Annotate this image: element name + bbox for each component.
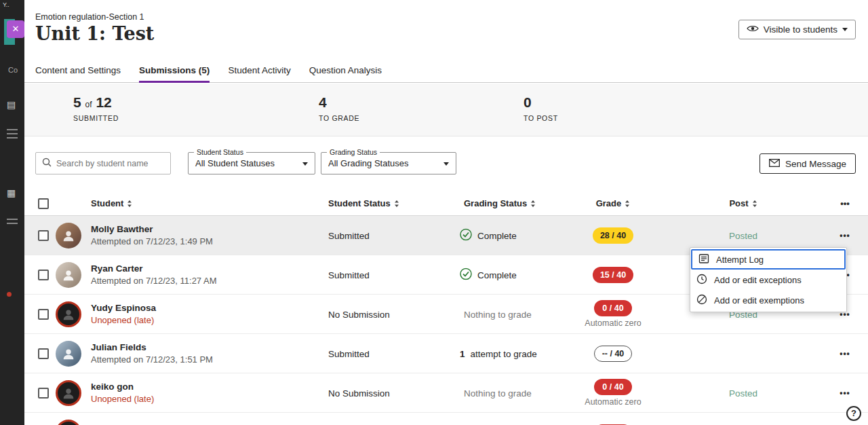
tab-bar: Content and Settings Submissions (5) Stu… (24, 61, 868, 83)
stat-submitted-label: SUBMITTED (73, 114, 119, 122)
student-name[interactable]: Julian Fields (91, 341, 213, 354)
late-subtext: Unopened (late) (91, 393, 154, 405)
search-input[interactable] (56, 159, 165, 168)
student-status-select-label: Student Status (194, 148, 246, 156)
column-grade[interactable]: Grade (567, 198, 659, 208)
row-checkbox[interactable] (38, 270, 49, 280)
list-lines-icon (7, 219, 18, 227)
page-title: Unit 1: Test (35, 23, 154, 44)
grade-cell: 28 / 40 (567, 216, 659, 255)
visibility-dropdown-button[interactable]: Visible to students (738, 20, 856, 39)
grading-status-cell: Complete (460, 228, 517, 242)
student-status-cell: No Submission (328, 388, 390, 398)
row-context-menu: Attempt Log Add or edit exceptions Add o… (690, 247, 847, 312)
student-status-cell: No Submission (328, 309, 390, 319)
ban-icon (696, 294, 707, 307)
grading-status-cell: Nothing to grade (464, 388, 532, 398)
sort-icon (394, 200, 399, 208)
grading-status-cell: 1 attempt to grade (460, 348, 537, 358)
row-checkbox[interactable] (38, 348, 49, 359)
student-search (35, 152, 171, 174)
table-row-partial[interactable] (24, 413, 868, 425)
avatar (56, 341, 81, 367)
student-name[interactable]: keiko gon (91, 381, 154, 393)
row-overflow-menu-button[interactable]: ••• (830, 388, 860, 398)
help-button[interactable]: ? (846, 406, 861, 421)
column-student[interactable]: Student (91, 198, 132, 208)
student-status-select[interactable]: Student Status All Student Statuses (188, 152, 315, 174)
grid-icon: ▦ (7, 187, 16, 198)
menu-item-attempt-log[interactable]: Attempt Log (691, 249, 846, 270)
red-status-dot (7, 292, 12, 297)
send-message-label: Send Message (785, 159, 846, 169)
post-status: Posted (703, 388, 784, 398)
avatar (56, 301, 81, 327)
table-header: Student Student Status Grading Status Gr… (24, 193, 868, 216)
stat-to-grade-label: TO GRADE (319, 114, 359, 122)
sort-icon (752, 200, 757, 208)
stat-to-grade: 4 TO GRADE (319, 94, 359, 122)
avatar (56, 380, 81, 406)
avatar (56, 420, 81, 425)
clock-icon (696, 274, 707, 287)
chevron-down-icon (443, 162, 449, 166)
tab-question-analysis[interactable]: Question Analysis (309, 61, 382, 83)
grade-pill[interactable]: -- / 40 (594, 346, 633, 362)
select-all-checkbox[interactable] (38, 198, 49, 209)
grading-status-select-label: Grading Status (327, 148, 380, 156)
avatar (56, 262, 81, 288)
avatar (56, 223, 81, 248)
tab-student-activity[interactable]: Student Activity (228, 61, 290, 83)
chevron-down-icon (842, 28, 848, 31)
student-status-cell: Submitted (328, 348, 370, 358)
grade-cell: 0 / 40 Automatic zero (567, 295, 659, 333)
student-name[interactable]: Molly Bawther (91, 223, 213, 236)
automatic-zero-note: Automatic zero (585, 397, 641, 407)
grade-pill[interactable]: 28 / 40 (593, 227, 633, 244)
menu-item-exceptions[interactable]: Add or edit exceptions (690, 270, 846, 290)
close-panel-button[interactable]: ✕ (7, 20, 24, 38)
background-sidebar: Y.. ✕ Co ▤ ▦ (0, 0, 24, 425)
envelope-icon (769, 159, 780, 169)
grade-pill[interactable]: 15 / 40 (593, 267, 633, 283)
automatic-zero-note: Automatic zero (585, 318, 641, 328)
row-overflow-menu-button[interactable]: ••• (830, 231, 860, 240)
stats-band: 5 of 12 SUBMITTED 4 TO GRADE 0 TO POST (24, 84, 868, 136)
sort-icon (530, 200, 536, 208)
table-row[interactable]: keiko gon Unopened (late) No Submission … (24, 373, 868, 413)
search-icon (42, 158, 52, 170)
grade-pill[interactable]: 0 / 40 (594, 379, 632, 395)
grading-status-cell: Complete (460, 267, 517, 282)
attempt-subtext: Attempted on 7/12/23, 11:27 AM (91, 275, 217, 287)
sidebar-text-fragment: Y.. (3, 1, 9, 8)
chevron-down-icon (302, 162, 308, 166)
assessment-panel: Emotion regulation-Section 1 Unit 1: Tes… (24, 0, 868, 425)
row-checkbox[interactable] (38, 230, 49, 241)
student-status-cell: Submitted (328, 230, 370, 240)
complete-check-icon (460, 228, 472, 242)
complete-check-icon (460, 267, 472, 282)
column-grading-status[interactable]: Grading Status (464, 198, 536, 208)
table-overflow-menu-button[interactable]: ••• (830, 198, 860, 208)
grade-cell (567, 413, 659, 425)
column-student-status[interactable]: Student Status (328, 198, 399, 208)
post-status: Posted (703, 230, 784, 240)
attempt-subtext: Attempted on 7/12/23, 1:49 PM (91, 236, 213, 247)
column-post[interactable]: Post (703, 198, 784, 208)
row-checkbox[interactable] (38, 309, 49, 320)
menu-item-exemptions[interactable]: Add or edit exemptions (690, 290, 846, 310)
breadcrumb[interactable]: Emotion regulation-Section 1 (35, 12, 144, 22)
student-name[interactable]: Yudy Espinosa (91, 302, 156, 314)
tab-submissions[interactable]: Submissions (5) (139, 61, 210, 83)
grade-pill[interactable]: 0 / 40 (594, 300, 632, 316)
row-overflow-menu-button[interactable]: ••• (830, 349, 860, 358)
book-icon: ▤ (7, 99, 16, 110)
sort-icon (625, 200, 630, 208)
send-message-button[interactable]: Send Message (760, 153, 856, 174)
grade-cell: 0 / 40 Automatic zero (567, 373, 659, 412)
student-name[interactable]: Ryan Carter (91, 263, 217, 275)
row-checkbox[interactable] (38, 388, 49, 399)
tab-content-and-settings[interactable]: Content and Settings (35, 61, 121, 83)
grading-status-select[interactable]: Grading Status All Grading Statuses (321, 152, 456, 174)
table-row[interactable]: Julian Fields Attempted on 7/12/23, 1:51… (24, 334, 868, 373)
